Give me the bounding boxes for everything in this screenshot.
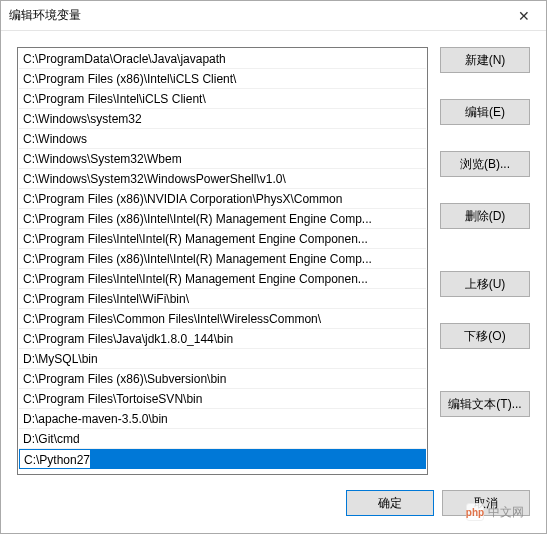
list-item[interactable]: C:\Program Files (x86)\Intel\Intel(R) Ma… [19, 209, 426, 229]
list-item[interactable]: C:\Windows [19, 129, 426, 149]
list-item[interactable]: C:\Program Files (x86)\NVIDIA Corporatio… [19, 189, 426, 209]
dialog-window: 编辑环境变量 ✕ C:\ProgramData\Oracle\Java\java… [0, 0, 547, 534]
list-item[interactable]: C:\Program Files\Java\jdk1.8.0_144\bin [19, 329, 426, 349]
cancel-button[interactable]: 取消 [442, 490, 530, 516]
moveup-button[interactable]: 上移(U) [440, 271, 530, 297]
list-item[interactable]: C:\Program Files (x86)\Subversion\bin [19, 369, 426, 389]
new-button[interactable]: 新建(N) [440, 47, 530, 73]
edit-input-text[interactable]: C:\Python27 [19, 449, 90, 469]
delete-button[interactable]: 删除(D) [440, 203, 530, 229]
edit-button[interactable]: 编辑(E) [440, 99, 530, 125]
edittext-button[interactable]: 编辑文本(T)... [440, 391, 530, 417]
window-title: 编辑环境变量 [9, 7, 81, 24]
list-item[interactable]: C:\Program Files\Common Files\Intel\Wire… [19, 309, 426, 329]
list-item[interactable]: C:\Program Files\Intel\iCLS Client\ [19, 89, 426, 109]
list-item[interactable]: C:\Program Files (x86)\Intel\iCLS Client… [19, 69, 426, 89]
close-button[interactable]: ✕ [501, 1, 546, 31]
list-item[interactable]: C:\ProgramData\Oracle\Java\javapath [19, 49, 426, 69]
list-item[interactable]: C:\Windows\system32 [19, 109, 426, 129]
browse-button[interactable]: 浏览(B)... [440, 151, 530, 177]
list-item[interactable]: C:\Program Files\Intel\Intel(R) Manageme… [19, 229, 426, 249]
edit-input-selection[interactable] [90, 449, 426, 469]
list-item-editing[interactable]: C:\Python27 [19, 449, 426, 469]
list-item[interactable]: C:\Program Files (x86)\Intel\Intel(R) Ma… [19, 249, 426, 269]
list-container: C:\ProgramData\Oracle\Java\javapath C:\P… [17, 47, 428, 475]
list-item[interactable]: D:\Git\cmd [19, 429, 426, 449]
button-column: 新建(N) 编辑(E) 浏览(B)... 删除(D) 上移(U) 下移(O) 编… [440, 47, 530, 475]
list-item[interactable]: D:\MySQL\bin [19, 349, 426, 369]
path-listbox[interactable]: C:\ProgramData\Oracle\Java\javapath C:\P… [17, 47, 428, 475]
list-item[interactable]: C:\Program Files\TortoiseSVN\bin [19, 389, 426, 409]
movedown-button[interactable]: 下移(O) [440, 323, 530, 349]
list-item[interactable]: D:\apache-maven-3.5.0\bin [19, 409, 426, 429]
list-item[interactable]: C:\Program Files\Intel\WiFi\bin\ [19, 289, 426, 309]
titlebar: 编辑环境变量 ✕ [1, 1, 546, 31]
footer: 确定 取消 php 中文网 [1, 483, 546, 533]
content-area: C:\ProgramData\Oracle\Java\javapath C:\P… [1, 31, 546, 483]
list-item[interactable]: C:\Program Files\Intel\Intel(R) Manageme… [19, 269, 426, 289]
list-item[interactable]: C:\Windows\System32\Wbem [19, 149, 426, 169]
list-item[interactable]: C:\Windows\System32\WindowsPowerShell\v1… [19, 169, 426, 189]
close-icon: ✕ [518, 8, 530, 24]
ok-button[interactable]: 确定 [346, 490, 434, 516]
